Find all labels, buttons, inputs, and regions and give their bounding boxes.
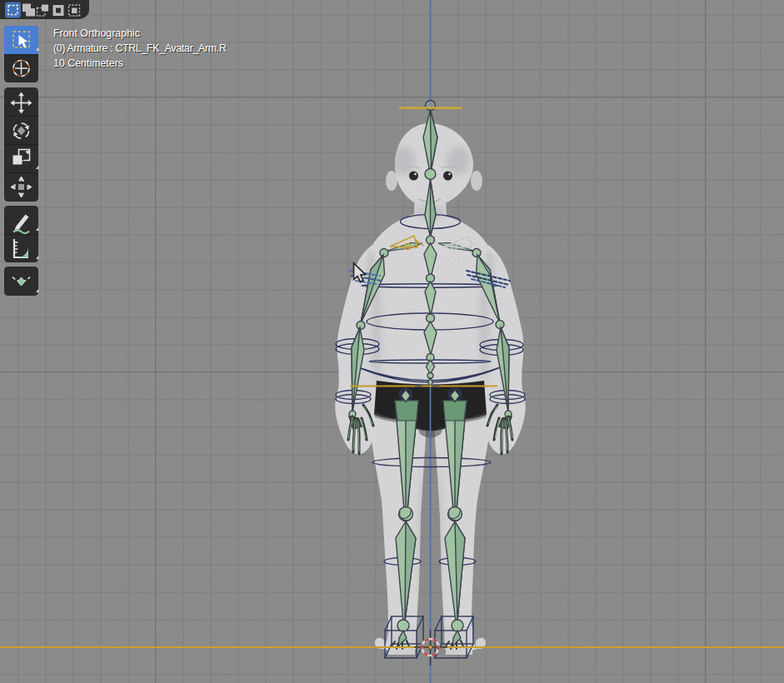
svg-text:(0) Armature : CTRL_FK_Avatar_: (0) Armature : CTRL_FK_Avatar_Arm.R: [53, 42, 227, 54]
svg-text:Front Orthographic: Front Orthographic: [53, 27, 140, 39]
svg-text:10 Centimeters: 10 Centimeters: [53, 57, 123, 69]
